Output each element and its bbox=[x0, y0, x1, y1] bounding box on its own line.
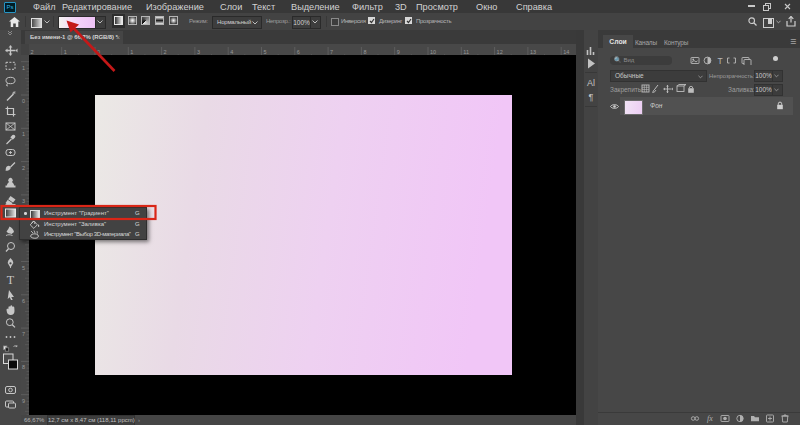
svg-text:T: T bbox=[7, 273, 15, 287]
svg-text:fx: fx bbox=[707, 414, 713, 423]
svg-text:3: 3 bbox=[22, 198, 25, 204]
svg-text:Al: Al bbox=[587, 78, 595, 88]
svg-text:6: 6 bbox=[22, 298, 25, 304]
svg-text:9: 9 bbox=[22, 398, 25, 404]
svg-text:T: T bbox=[717, 56, 722, 65]
svg-text:8: 8 bbox=[22, 364, 25, 370]
svg-text:2: 2 bbox=[22, 165, 25, 171]
svg-text:0: 0 bbox=[22, 98, 25, 104]
svg-text:1: 1 bbox=[22, 65, 25, 71]
svg-text:5: 5 bbox=[22, 265, 25, 271]
svg-text:1: 1 bbox=[22, 131, 25, 137]
svg-text:¶: ¶ bbox=[589, 92, 594, 102]
svg-text:7: 7 bbox=[22, 331, 25, 337]
